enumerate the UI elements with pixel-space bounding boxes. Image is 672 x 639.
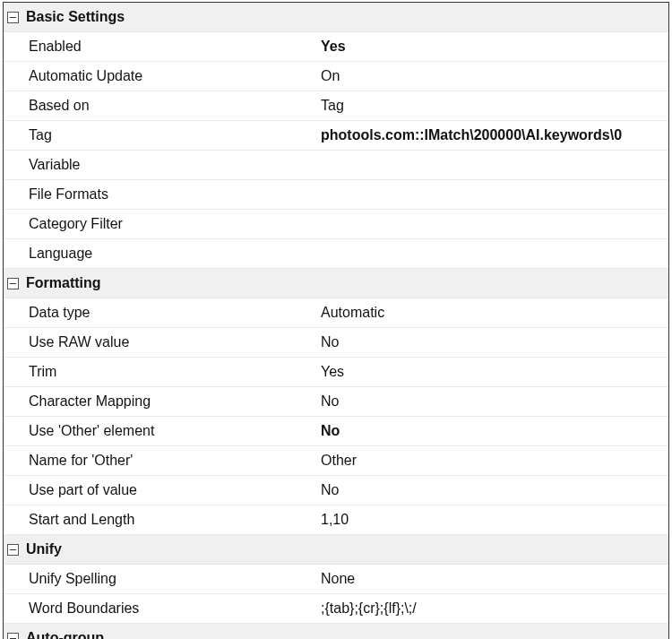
property-label[interactable]: Start and Length <box>4 512 317 528</box>
property-label[interactable]: Category Filter <box>4 216 317 232</box>
property-label[interactable]: Based on <box>4 98 317 114</box>
property-row-language: Language <box>4 239 668 269</box>
property-row-character-mapping: Character MappingNo <box>4 387 668 417</box>
property-value[interactable]: Other <box>317 453 668 469</box>
property-row-use-part-of-value: Use part of valueNo <box>4 476 668 505</box>
collapse-icon[interactable] <box>7 278 19 289</box>
property-row-use-raw-value: Use RAW valueNo <box>4 328 668 358</box>
property-value[interactable]: Yes <box>317 39 668 55</box>
property-row-start-and-length: Start and Length1,10 <box>4 505 668 535</box>
property-label[interactable]: Data type <box>4 305 317 321</box>
property-label[interactable]: Use 'Other' element <box>4 423 317 439</box>
property-label[interactable]: Name for 'Other' <box>4 453 317 469</box>
property-label[interactable]: Automatic Update <box>4 68 317 84</box>
property-label[interactable]: Word Boundaries <box>4 600 317 617</box>
property-label[interactable]: Unify Spelling <box>4 571 317 587</box>
property-value[interactable]: Tag <box>317 98 668 114</box>
property-grid: Basic SettingsEnabledYesAutomatic Update… <box>3 2 669 639</box>
property-label[interactable]: Tag <box>4 127 317 143</box>
property-label[interactable]: Variable <box>4 157 317 173</box>
property-label[interactable]: Enabled <box>4 39 317 55</box>
section-title: Auto-group <box>26 631 104 639</box>
property-value[interactable]: photools.com::IMatch\200000\AI.keywords\… <box>317 127 668 143</box>
property-row-based-on: Based onTag <box>4 91 668 121</box>
section-header-formatting[interactable]: Formatting <box>4 269 668 298</box>
property-row-use-other-element: Use 'Other' elementNo <box>4 417 668 446</box>
property-row-data-type: Data typeAutomatic <box>4 298 668 328</box>
property-label[interactable]: File Formats <box>4 186 317 203</box>
collapse-icon[interactable] <box>7 544 19 556</box>
property-value[interactable]: No <box>317 393 668 410</box>
property-row-file-formats: File Formats <box>4 180 668 210</box>
section-header-unify[interactable]: Unify <box>4 535 668 565</box>
property-value[interactable]: Yes <box>317 364 668 380</box>
section-title: Unify <box>26 542 62 557</box>
property-label[interactable]: Use RAW value <box>4 334 317 350</box>
collapse-icon[interactable] <box>7 12 19 23</box>
property-row-trim: TrimYes <box>4 358 668 387</box>
property-label[interactable]: Language <box>4 246 317 262</box>
property-value[interactable]: 1,10 <box>317 512 668 528</box>
property-value[interactable]: Automatic <box>317 305 668 321</box>
section-title: Basic Settings <box>26 10 125 24</box>
property-row-enabled: EnabledYes <box>4 32 668 62</box>
property-value[interactable]: On <box>317 68 668 84</box>
property-value[interactable]: No <box>317 482 668 498</box>
property-value[interactable]: No <box>317 334 668 350</box>
property-row-unify-spelling: Unify SpellingNone <box>4 565 668 594</box>
property-label[interactable]: Use part of value <box>4 482 317 498</box>
property-row-tag: Tagphotools.com::IMatch\200000\AI.keywor… <box>4 121 668 151</box>
property-row-category-filter: Category Filter <box>4 210 668 239</box>
collapse-icon[interactable] <box>7 633 19 640</box>
property-value[interactable]: ;{tab};{cr};{lf};\;/ <box>317 600 668 617</box>
section-header-auto-group[interactable]: Auto-group <box>4 624 668 639</box>
property-row-word-boundaries: Word Boundaries ;{tab};{cr};{lf};\;/ <box>4 594 668 624</box>
section-header-basic-settings[interactable]: Basic Settings <box>4 3 668 32</box>
property-row-variable: Variable <box>4 151 668 180</box>
property-value[interactable]: No <box>317 423 668 439</box>
property-label[interactable]: Trim <box>4 364 317 380</box>
property-row-automatic-update: Automatic UpdateOn <box>4 62 668 91</box>
property-label[interactable]: Character Mapping <box>4 393 317 410</box>
section-title: Formatting <box>26 276 101 290</box>
property-value[interactable]: None <box>317 571 668 587</box>
property-row-name-for-other: Name for 'Other'Other <box>4 446 668 476</box>
